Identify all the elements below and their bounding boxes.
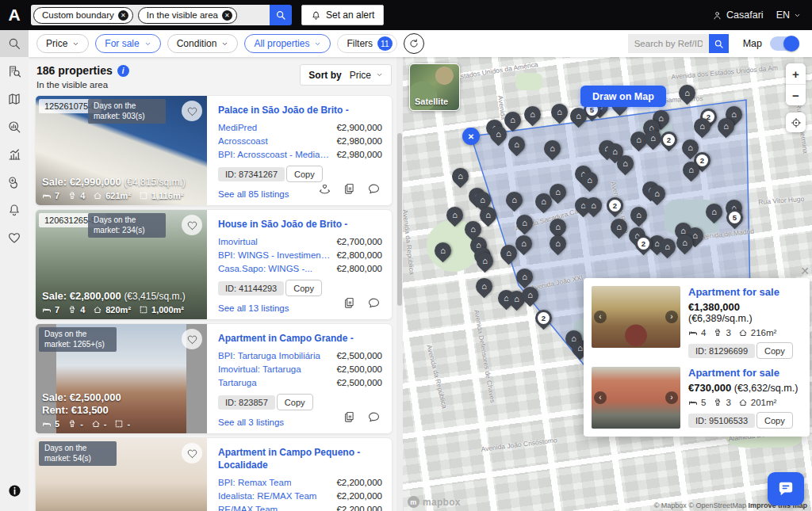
sidebar-item-portfolio[interactable] — [0, 168, 29, 196]
map-property-pin[interactable]: ⌂ — [497, 242, 521, 265]
filter-chip-all-properties[interactable]: All properties — [244, 34, 331, 53]
remove-boundary-button[interactable]: ✕ — [462, 128, 480, 145]
location-search-box[interactable]: Custom boundary✕In the visible area✕ — [31, 5, 270, 25]
property-photo[interactable]: 120631265-52 Days on the market: 234(s) … — [36, 210, 207, 319]
source-name-link[interactable]: BPI: WINGS - Investimentos... — [218, 249, 330, 262]
sidebar-info-button[interactable] — [7, 483, 22, 501]
map-property-pin[interactable]: ⌂ — [473, 275, 496, 299]
similar-listings-icon[interactable] — [318, 182, 331, 199]
source-name-link[interactable]: Idealista: RE/MAX Team — [218, 490, 316, 503]
popup-listing-title[interactable]: Apartment for sale — [688, 286, 802, 298]
favourite-button[interactable] — [182, 329, 202, 349]
map-property-pin[interactable]: ⌂ — [548, 101, 572, 124]
copy-id-button[interactable]: Copy — [277, 394, 313, 410]
language-selector[interactable]: EN — [776, 10, 801, 21]
list-scrollbar[interactable] — [396, 57, 403, 511]
source-name-link[interactable]: RE/MAX Team — [218, 503, 278, 511]
map-property-pin[interactable]: ⌂ — [714, 115, 738, 139]
source-name-link[interactable]: Imovirtual — [218, 235, 258, 249]
search-filter-chip[interactable]: In the visible area✕ — [138, 7, 237, 24]
map-property-pin[interactable]: ⌂ — [673, 231, 697, 255]
set-alert-button[interactable]: Set an alert — [301, 5, 384, 25]
map-property-pin[interactable]: ⌂ — [578, 169, 602, 193]
sidebar-item-favourites[interactable] — [0, 223, 29, 251]
zoom-in-button[interactable]: + — [786, 63, 806, 84]
sidebar-item-statistics[interactable] — [0, 140, 29, 168]
listing-title[interactable]: Palace in São João de Brito - Localidade — [218, 104, 382, 116]
documents-icon[interactable] — [343, 296, 356, 313]
property-card[interactable]: Days on the market: 1265+(s) Sale: €2,50… — [35, 323, 393, 434]
remove-chip-icon[interactable]: ✕ — [222, 10, 232, 21]
property-card[interactable]: 125261075-6 Days on the market: 903(s) S… — [35, 95, 393, 206]
map-property-pin[interactable]: ⌂ — [627, 204, 651, 227]
search-button[interactable] — [270, 5, 292, 25]
map-property-pin[interactable]: ⌂ — [703, 200, 726, 224]
property-card[interactable]: 120631265-52 Days on the market: 234(s) … — [35, 209, 393, 320]
photo-next-button[interactable]: › — [665, 391, 678, 404]
popup-photo[interactable]: ‹ › — [592, 286, 680, 348]
remove-chip-icon[interactable]: ✕ — [118, 10, 128, 21]
popup-photo[interactable]: ‹ › — [592, 367, 680, 429]
source-name-link[interactable]: Tartaruga — [218, 376, 257, 390]
comments-icon[interactable] — [367, 410, 381, 427]
documents-icon[interactable] — [343, 410, 356, 427]
source-name-link[interactable]: BPI: Tartaruga Imobiliária — [218, 349, 320, 363]
source-name-link[interactable]: Imovirtual: Tartaruga — [218, 363, 301, 376]
source-name-link[interactable]: Acrosscoast — [218, 135, 268, 148]
sidebar-item-market-analysis[interactable] — [0, 112, 29, 140]
comments-icon[interactable] — [367, 296, 381, 313]
scrollbar-thumb[interactable] — [397, 133, 402, 306]
filter-chip-condition[interactable]: Condition — [167, 34, 239, 53]
map-property-pin[interactable]: ⌂ — [567, 105, 591, 128]
favourite-button[interactable] — [182, 215, 202, 235]
see-all-listings-link[interactable]: See all 3 listings — [218, 418, 284, 427]
user-menu[interactable]: Casafari — [712, 10, 764, 21]
geolocate-button[interactable] — [786, 112, 806, 132]
map-property-pin[interactable]: ⌂ — [645, 182, 669, 206]
listing-title[interactable]: Apartment in Campo Pequeno - Localidade — [218, 446, 382, 471]
info-icon[interactable]: i — [117, 65, 129, 77]
casafari-logo[interactable]: A — [0, 0, 29, 30]
ref-id-search-input[interactable] — [628, 34, 709, 53]
map-property-pin[interactable]: ⌂ — [541, 137, 565, 161]
sidebar-item-search[interactable] — [0, 30, 29, 57]
map-property-pin[interactable]: ⌂ — [546, 232, 570, 256]
copy-id-button[interactable]: Copy — [756, 412, 793, 429]
map-property-pin[interactable]: ⌂ — [532, 190, 556, 214]
property-photo[interactable]: 125261075-6 Days on the market: 903(s) S… — [36, 96, 207, 205]
map-property-pin[interactable]: ⌂ — [614, 152, 638, 176]
popup-listing-title[interactable]: Apartment for sale — [688, 367, 802, 379]
filters-button[interactable]: Filters 11 — [337, 34, 396, 53]
map-property-pin[interactable]: ⌂ — [676, 82, 699, 105]
favourite-button[interactable] — [182, 101, 202, 121]
photo-next-button[interactable]: › — [665, 311, 678, 323]
listing-title[interactable]: House in São João de Brito - Localidade — [218, 218, 382, 231]
map-property-pin[interactable]: ⌂ — [691, 115, 714, 139]
source-name-link[interactable]: Casa.Sapo: WINGS -... — [218, 262, 312, 276]
map-property-pin[interactable]: ⌂ — [607, 215, 631, 239]
sidebar-item-map-report[interactable] — [0, 85, 29, 112]
draw-on-map-button[interactable]: Draw on Map — [580, 86, 666, 107]
search-filter-chip[interactable]: Custom boundary✕ — [33, 7, 133, 24]
satellite-layer-switch[interactable]: Satellite — [409, 63, 460, 111]
filter-chip-for-sale[interactable]: For sale — [95, 34, 160, 53]
map-property-pin[interactable]: ⌂ — [431, 239, 455, 263]
map-property-pin[interactable]: ⌂ — [487, 123, 511, 147]
copy-id-button[interactable]: Copy — [756, 342, 793, 359]
source-name-link[interactable]: BPI: Remax Team — [218, 476, 291, 490]
support-chat-button[interactable] — [768, 472, 804, 505]
map-property-pin[interactable]: ⌂ — [503, 189, 527, 212]
map-property-pin[interactable]: ⌂ — [473, 250, 497, 273]
sort-dropdown[interactable]: Sort by Price — [300, 64, 392, 86]
favourite-button[interactable] — [182, 443, 202, 463]
ref-id-search-button[interactable] — [709, 34, 729, 53]
source-name-link[interactable]: BPI: Acrosscoast - Mediação... — [218, 148, 330, 162]
source-name-link[interactable]: MediPred — [218, 121, 257, 135]
map-property-pin[interactable]: ⌂ — [443, 204, 467, 227]
mapbox-logo[interactable]: m mapbox — [408, 496, 461, 508]
popup-listing[interactable]: ‹ › Apartment for sale €1,380,000 (€6,38… — [592, 286, 802, 359]
map-toggle[interactable] — [770, 36, 799, 51]
map-property-pin[interactable]: ⌂ — [513, 212, 537, 235]
map-property-pin[interactable]: ⌂ — [656, 235, 680, 259]
map[interactable]: ✕ Avenida dos Estados Unidos da AméricaA… — [403, 57, 812, 511]
